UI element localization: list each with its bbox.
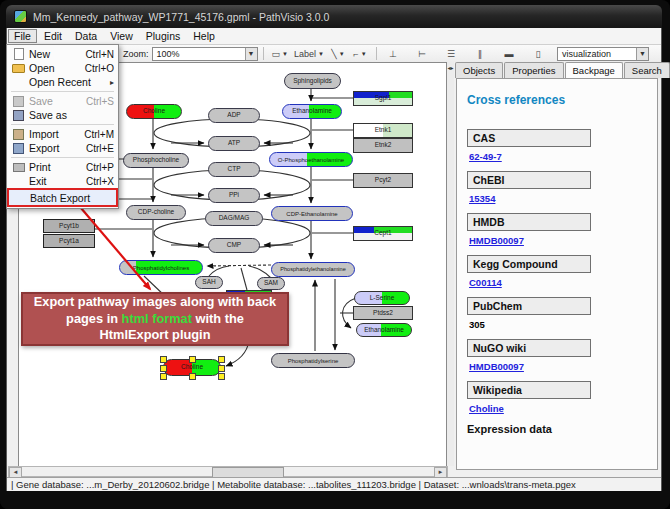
file-menu-item-new[interactable]: NewCtrl+N <box>8 47 117 61</box>
tab-search[interactable]: Search <box>624 62 670 78</box>
menu-item-label: Batch Export <box>30 192 90 204</box>
align-bottom-icon[interactable]: ▬ <box>498 46 520 62</box>
node-cept1[interactable]: Cept1 <box>353 226 413 241</box>
stack-horizontal-icon[interactable]: ∥ <box>469 46 491 62</box>
submenu-arrow-icon: ▸ <box>110 78 114 87</box>
node-o-phosphoethanolamine[interactable]: O-Phosphoethanolamine <box>269 152 353 167</box>
node-ctp[interactable]: CTP <box>208 162 260 177</box>
node-adp[interactable]: ADP <box>208 108 260 123</box>
node-ptdss2[interactable]: Ptdss2 <box>353 306 413 320</box>
node-pcyt1a[interactable]: Pcyt1a <box>43 234 95 248</box>
menu-help[interactable]: Help <box>187 29 221 43</box>
node-sgpl1[interactable]: Sgpl1 <box>353 91 413 106</box>
status-bar: | Gene database: ...m_Derby_20120602.bri… <box>7 477 661 491</box>
line-tool-button[interactable]: ╲▼ <box>327 46 349 62</box>
tab-properties[interactable]: Properties <box>504 62 563 78</box>
menu-plugins[interactable]: Plugins <box>140 29 186 43</box>
file-menu-item-exit[interactable]: ExitCtrl+X <box>8 174 117 188</box>
node-dag-mag[interactable]: DAG/MAG <box>205 211 263 226</box>
menu-item-label: Open <box>29 62 55 74</box>
file-menu-item-save[interactable]: SaveCtrl+S <box>8 94 117 108</box>
pathvisio-logo-icon <box>14 10 27 23</box>
node-choline[interactable]: Choline <box>126 104 182 119</box>
node-ethanolamine[interactable]: Ethanolamine <box>282 104 342 119</box>
file-menu-item-open-recent[interactable]: Open Recent▸ <box>8 75 117 89</box>
node-cdp-choline[interactable]: CDP-choline <box>126 205 186 220</box>
xref-link[interactable]: 62-49-7 <box>469 151 657 162</box>
file-menu-item-save-as[interactable]: Save as <box>8 108 117 122</box>
tab-objects[interactable]: Objects <box>455 62 503 78</box>
xref-link[interactable]: Choline <box>469 403 657 414</box>
stack-vertical-icon[interactable]: ☰ <box>440 46 462 62</box>
node-atp[interactable]: ATP <box>208 136 260 151</box>
node-sam[interactable]: SAM <box>257 277 285 290</box>
zoom-combobox[interactable]: 100% ▼ <box>152 47 258 61</box>
node-phosphatidylethanolamine[interactable]: Phosphatidylethanolamine <box>271 262 355 277</box>
node-phosphatidylcholines[interactable]: Phosphatidylcholines <box>119 260 203 275</box>
selection-handle[interactable] <box>189 373 196 380</box>
xref-link[interactable]: HMDB00097 <box>469 361 657 372</box>
horizontal-scrollbar[interactable]: ◄ ► <box>8 466 448 477</box>
align-horizontal-center-icon[interactable]: ⊢ <box>411 46 433 62</box>
xref-section-chebi: ChEBI15354 <box>467 171 657 204</box>
node-ppi[interactable]: PPi <box>208 188 260 203</box>
align-buttons: ⊥⊢☰∥▬▯ <box>382 46 549 62</box>
file-menu-item-print[interactable]: PrintCtrl+P <box>8 160 117 174</box>
chevron-down-icon[interactable]: ▼ <box>636 48 648 60</box>
node-pcyt1b[interactable]: Pcyt1b <box>43 219 95 233</box>
datanode-tool-button[interactable]: ▭▼ <box>269 46 291 62</box>
callout-line2: pages in html format with the <box>66 311 244 327</box>
menu-item-label: Open Recent <box>29 76 91 88</box>
node-cmp[interactable]: CMP <box>208 238 260 253</box>
align-vertical-center-icon[interactable]: ⊥ <box>382 46 404 62</box>
xref-source-name: NuGO wiki <box>467 339 591 357</box>
node-sah[interactable]: SAH <box>195 276 223 289</box>
selection-handle[interactable] <box>160 365 167 372</box>
menu-file[interactable]: File <box>8 29 37 43</box>
node-cdp-ethanolamine[interactable]: CDP-Ethanolamine <box>271 206 353 221</box>
connector-tool-button[interactable]: ⌐▼ <box>349 46 371 62</box>
xref-link[interactable]: 15354 <box>469 193 657 204</box>
menu-item-label: Print <box>29 161 51 173</box>
align-left-icon[interactable]: ▯ <box>527 46 549 62</box>
node-etnk2[interactable]: Etnk2 <box>353 138 413 153</box>
zoom-label: Zoom: <box>123 49 149 59</box>
selection-handle[interactable] <box>189 356 196 363</box>
node-etnk1[interactable]: Etnk1 <box>353 123 413 138</box>
window-title: Mm_Kennedy_pathway_WP1771_45176.gpml - P… <box>33 11 329 23</box>
label-tool-button[interactable]: Label▼ <box>291 46 327 62</box>
panel-splitter[interactable]: ◂▸ <box>447 62 454 466</box>
selection-handle[interactable] <box>160 356 167 363</box>
file-menu-item-export[interactable]: ExportCtrl+E <box>8 141 117 155</box>
menu-edit[interactable]: Edit <box>38 29 68 43</box>
xref-section-kegg-compound: Kegg CompoundC00114 <box>467 255 657 288</box>
xref-link[interactable]: C00114 <box>469 277 657 288</box>
node-phosphatidylserine[interactable]: Phosphatidylserine <box>271 353 355 368</box>
tab-backpage[interactable]: Backpage <box>565 62 623 78</box>
xref-link[interactable]: HMDB00097 <box>469 235 657 246</box>
menu-data[interactable]: Data <box>69 29 103 43</box>
node-l-serine[interactable]: L-Serine <box>354 291 410 305</box>
menu-item-shortcut: Ctrl+X <box>86 176 114 187</box>
visualization-value: visualization <box>562 49 611 59</box>
node-pcyt2[interactable]: Pcyt2 <box>353 173 413 188</box>
menu-view[interactable]: View <box>104 29 139 43</box>
title-bar: Mm_Kennedy_pathway_WP1771_45176.gpml - P… <box>6 5 662 28</box>
visualization-combobox[interactable]: visualization ▼ <box>557 47 649 61</box>
node-sphingolipids[interactable]: Sphingolipids <box>284 73 341 89</box>
file-menu-item-batch-export[interactable]: Batch Export <box>9 190 116 205</box>
save-icon <box>11 96 26 107</box>
file-menu-item-import[interactable]: ImportCtrl+M <box>8 127 117 141</box>
node-phosphocholine[interactable]: Phosphocholine <box>123 153 189 168</box>
xref-source-name: Wikipedia <box>467 381 591 399</box>
menu-item-shortcut: Ctrl+N <box>85 49 114 60</box>
selection-handle[interactable] <box>160 373 167 380</box>
chevron-down-icon[interactable]: ▼ <box>245 48 257 60</box>
zoom-value: 100% <box>157 49 180 59</box>
xref-source-name: CAS <box>467 129 591 147</box>
selection-handle[interactable] <box>218 373 225 380</box>
selection-handle[interactable] <box>218 365 225 372</box>
node-ethanolamine[interactable]: Ethanolamine <box>356 323 412 337</box>
selection-handle[interactable] <box>218 356 225 363</box>
file-menu-item-open[interactable]: OpenCtrl+O <box>8 61 117 75</box>
